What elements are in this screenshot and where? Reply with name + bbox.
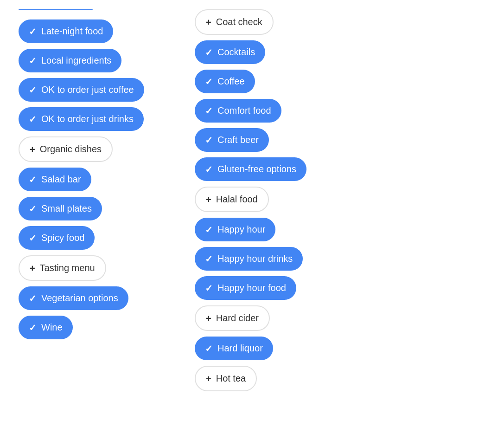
tag-label: Happy hour food	[217, 283, 286, 293]
tag-happy-hour-drinks[interactable]: ✓Happy hour drinks	[195, 247, 303, 271]
tag-label: Coat check	[216, 17, 262, 27]
tag-tasting-menu[interactable]: +Tasting menu	[19, 255, 106, 281]
left-column: ✓Late-night food✓Local ingredients✓OK to…	[19, 9, 167, 339]
tag-label: Hot tea	[216, 373, 246, 384]
divider	[19, 9, 93, 10]
plus-icon: +	[206, 195, 211, 204]
tag-coat-check[interactable]: +Coat check	[195, 9, 274, 35]
tag-label: Vegetarian options	[41, 293, 118, 304]
tag-organic-dishes[interactable]: +Organic dishes	[19, 136, 113, 162]
check-icon: ✓	[29, 204, 37, 214]
tag-label: Small plates	[41, 203, 92, 214]
tag-label: Hard liquor	[217, 343, 263, 354]
tag-label: Salad bar	[41, 174, 81, 185]
tag-label: OK to order just drinks	[41, 114, 134, 124]
tag-local-ingredients[interactable]: ✓Local ingredients	[19, 49, 121, 72]
tag-label: Craft beer	[217, 135, 259, 145]
tag-label: OK to order just coffee	[41, 84, 134, 95]
tag-late-night-food[interactable]: ✓Late-night food	[19, 19, 113, 43]
tag-ok-order-coffee[interactable]: ✓OK to order just coffee	[19, 78, 144, 102]
tag-hard-cider[interactable]: +Hard cider	[195, 305, 270, 331]
tag-happy-hour[interactable]: ✓Happy hour	[195, 218, 275, 241]
check-icon: ✓	[205, 284, 213, 293]
check-icon: ✓	[205, 344, 213, 353]
tag-label: Local ingredients	[41, 55, 111, 66]
tag-coffee[interactable]: ✓Coffee	[195, 70, 255, 93]
tag-label: Coffee	[217, 76, 245, 87]
plus-icon: +	[30, 145, 35, 154]
check-icon: ✓	[205, 48, 213, 57]
plus-icon: +	[30, 264, 35, 273]
check-icon: ✓	[29, 323, 37, 332]
tags-wrapper: ✓Late-night food✓Local ingredients✓OK to…	[19, 9, 485, 391]
plus-icon: +	[206, 18, 211, 27]
tag-label: Tasting menu	[40, 263, 95, 273]
tag-craft-beer[interactable]: ✓Craft beer	[195, 128, 269, 152]
tag-wine[interactable]: ✓Wine	[19, 316, 73, 339]
tag-gluten-free[interactable]: ✓Gluten-free options	[195, 157, 306, 181]
tag-label: Gluten-free options	[217, 164, 296, 175]
tag-comfort-food[interactable]: ✓Comfort food	[195, 99, 281, 123]
tag-hot-tea[interactable]: +Hot tea	[195, 366, 257, 391]
check-icon: ✓	[29, 56, 37, 65]
check-icon: ✓	[29, 115, 37, 124]
check-icon: ✓	[29, 27, 37, 36]
tag-label: Organic dishes	[40, 144, 102, 155]
tag-label: Halal food	[216, 194, 258, 205]
check-icon: ✓	[29, 85, 37, 95]
check-icon: ✓	[29, 175, 37, 184]
tag-ok-order-drinks[interactable]: ✓OK to order just drinks	[19, 107, 144, 131]
tag-spicy-food[interactable]: ✓Spicy food	[19, 226, 95, 250]
tag-cocktails[interactable]: ✓Cocktails	[195, 40, 265, 64]
tag-label: Hard cider	[216, 313, 259, 324]
plus-icon: +	[206, 314, 211, 323]
check-icon: ✓	[205, 106, 213, 116]
tag-label: Spicy food	[41, 233, 84, 243]
tag-vegetarian-options[interactable]: ✓Vegetarian options	[19, 286, 128, 310]
tag-happy-hour-food[interactable]: ✓Happy hour food	[195, 276, 296, 300]
tag-label: Wine	[41, 322, 63, 333]
check-icon: ✓	[205, 225, 213, 234]
tag-label: Cocktails	[217, 47, 255, 58]
tag-label: Happy hour	[217, 224, 265, 235]
check-icon: ✓	[205, 165, 213, 174]
tag-small-plates[interactable]: ✓Small plates	[19, 197, 102, 220]
tag-hard-liquor[interactable]: ✓Hard liquor	[195, 337, 273, 360]
tag-label: Happy hour drinks	[217, 253, 293, 264]
check-icon: ✓	[29, 294, 37, 303]
plus-icon: +	[206, 374, 211, 383]
tag-label: Late-night food	[41, 26, 103, 37]
tag-salad-bar[interactable]: ✓Salad bar	[19, 168, 91, 191]
tag-halal-food[interactable]: +Halal food	[195, 187, 269, 212]
check-icon: ✓	[205, 136, 213, 145]
tag-label: Comfort food	[217, 105, 271, 116]
check-icon: ✓	[205, 254, 213, 264]
right-column: +Coat check✓Cocktails✓Coffee✓Comfort foo…	[195, 9, 343, 391]
check-icon: ✓	[29, 233, 37, 243]
check-icon: ✓	[205, 77, 213, 86]
